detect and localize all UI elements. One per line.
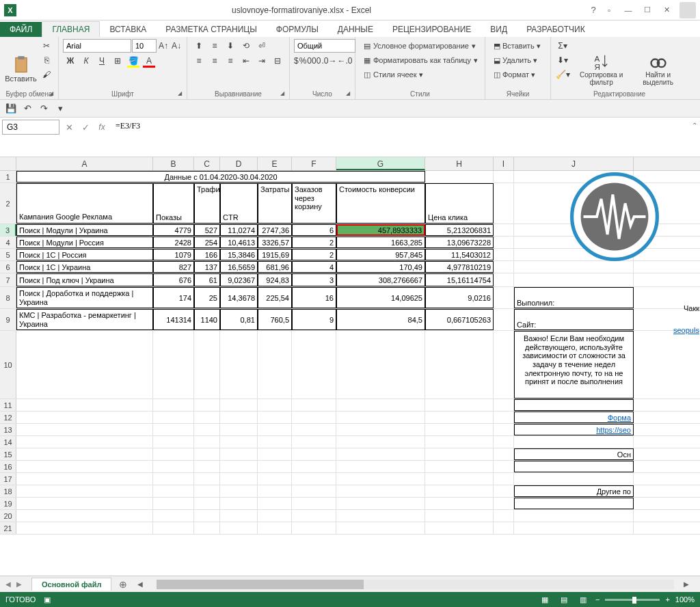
hscroll-left[interactable]: ◀ (137, 580, 147, 588)
user-avatar[interactable] (679, 2, 696, 18)
help-button[interactable]: ? (587, 3, 600, 17)
cell[interactable] (220, 461, 258, 472)
row-header[interactable]: 12 (0, 412, 16, 423)
sheet-nav-prev[interactable]: ◀ (5, 580, 15, 588)
cell[interactable] (16, 510, 153, 522)
formula-input[interactable]: =E3/F3 (111, 120, 687, 154)
row-header[interactable]: 18 (0, 485, 16, 497)
cell[interactable] (220, 510, 258, 522)
cell[interactable] (194, 399, 220, 411)
tab-formulas[interactable]: ФОРМУЛЫ (267, 22, 328, 37)
cell[interactable] (220, 522, 258, 534)
cell[interactable] (425, 448, 494, 460)
increase-indent-button[interactable]: ⇥ (254, 54, 269, 68)
align-left-button[interactable]: ≡ (191, 54, 206, 68)
row-header[interactable]: 8 (0, 287, 16, 308)
cell[interactable] (514, 510, 634, 522)
cell[interactable] (258, 399, 292, 411)
cell[interactable]: 61 (194, 273, 220, 286)
cell[interactable]: Форма (514, 412, 634, 423)
cell[interactable] (292, 522, 336, 534)
cell[interactable]: 827 (153, 261, 194, 273)
alignment-dialog-launcher[interactable]: ◢ (280, 90, 287, 97)
clear-button[interactable]: 🧹▾ (555, 68, 570, 81)
row-header[interactable]: 2 (0, 183, 16, 224)
insert-cells-button[interactable]: ⬒Вставить▾ (489, 39, 546, 53)
cell[interactable] (258, 461, 292, 472)
add-sheet-button[interactable]: ⊕ (116, 577, 131, 592)
cell[interactable] (258, 331, 292, 399)
cell[interactable] (494, 498, 514, 509)
formula-cancel-button[interactable]: ✕ (62, 120, 77, 135)
cell[interactable]: Поиск | Под ключ | Украина (16, 273, 153, 286)
cell[interactable] (258, 448, 292, 460)
selected-cell[interactable]: 457,8933333 (336, 224, 425, 236)
cell[interactable] (425, 331, 494, 399)
row-header[interactable]: 19 (0, 498, 16, 509)
cut-button[interactable]: ✂ (39, 39, 54, 53)
cell[interactable]: Трафик (194, 183, 220, 224)
cell[interactable]: Цена клика (425, 183, 494, 224)
clipboard-dialog-launcher[interactable]: ◢ (49, 90, 56, 97)
delete-cells-button[interactable]: ⬓Удалить▾ (489, 53, 546, 67)
cell[interactable]: 2 (292, 237, 336, 248)
cell[interactable]: 0,81 (220, 309, 258, 330)
tab-home[interactable]: ГЛАВНАЯ (42, 21, 100, 37)
save-button[interactable]: 💾 (4, 102, 18, 116)
align-top-button[interactable]: ⬆ (191, 39, 206, 53)
cell[interactable] (153, 510, 194, 522)
cell[interactable] (494, 424, 514, 435)
tab-file[interactable]: ФАЙЛ (0, 22, 42, 37)
cell[interactable]: 15,16114754 (425, 273, 494, 286)
tab-page-layout[interactable]: РАЗМЕТКА СТРАНИЦЫ (156, 22, 267, 37)
cell[interactable] (258, 510, 292, 522)
cell[interactable] (194, 498, 220, 509)
cell[interactable] (292, 331, 336, 399)
cell[interactable] (336, 436, 425, 448)
cell[interactable] (336, 399, 425, 411)
cell[interactable]: 25 (194, 287, 220, 308)
cell[interactable]: 11,0274 (220, 224, 258, 236)
cell[interactable] (336, 473, 425, 485)
font-name-input[interactable] (63, 39, 131, 53)
cell[interactable] (194, 448, 220, 460)
col-header-g[interactable]: G (336, 157, 425, 170)
row-header[interactable]: 10 (0, 331, 16, 399)
col-header-c[interactable]: C (194, 157, 220, 170)
cell[interactable]: 84,5 (336, 309, 425, 330)
cell[interactable]: 10,4613 (220, 237, 258, 248)
cell[interactable] (153, 399, 194, 411)
cell[interactable] (425, 412, 494, 423)
cell[interactable] (258, 522, 292, 534)
cell[interactable] (292, 399, 336, 411)
decrease-decimal-button[interactable]: ←.0 (337, 54, 352, 68)
cell[interactable] (16, 331, 153, 399)
currency-button[interactable]: $ (294, 54, 299, 68)
col-header-e[interactable]: E (258, 157, 292, 170)
cell[interactable] (220, 399, 258, 411)
col-header-i[interactable]: I (494, 157, 514, 170)
zoom-slider[interactable] (605, 599, 660, 601)
cell[interactable] (336, 510, 425, 522)
cell[interactable]: 254 (194, 237, 220, 248)
autosum-button[interactable]: Σ▾ (555, 39, 570, 53)
cell[interactable] (425, 473, 494, 485)
cell[interactable]: 141314 (153, 309, 194, 330)
cell[interactable] (258, 412, 292, 423)
cell[interactable]: Заказов через корзину (292, 183, 336, 224)
cell[interactable] (425, 485, 494, 497)
cell[interactable] (153, 412, 194, 423)
cell[interactable] (292, 412, 336, 423)
wrap-text-button[interactable]: ⏎ (254, 39, 269, 53)
cell[interactable] (194, 461, 220, 472)
zoom-in-button[interactable]: + (665, 595, 669, 604)
increase-font-button[interactable]: A↑ (157, 39, 170, 53)
cell[interactable] (153, 436, 194, 448)
cell[interactable] (494, 461, 514, 472)
cell[interactable] (292, 498, 336, 509)
cell[interactable] (336, 448, 425, 460)
cell[interactable] (153, 424, 194, 435)
cell[interactable] (153, 473, 194, 485)
cell[interactable] (425, 424, 494, 435)
view-page-break-button[interactable]: ▥ (576, 594, 590, 605)
